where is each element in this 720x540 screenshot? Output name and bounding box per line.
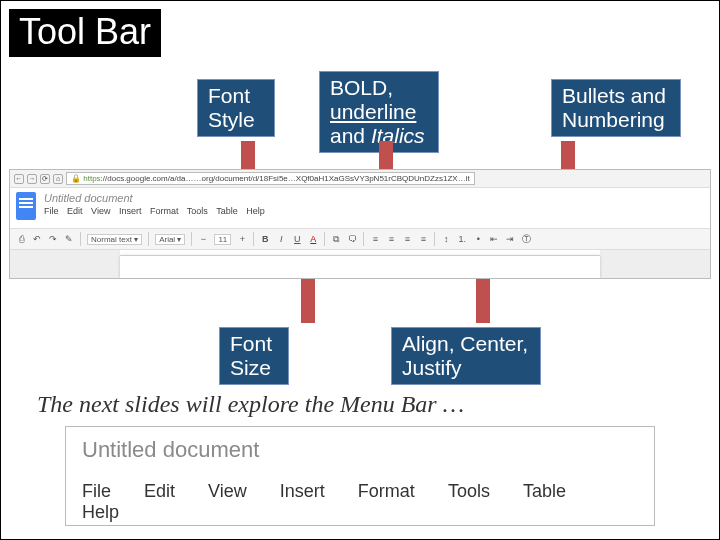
text-bold: BOLD, (330, 76, 393, 99)
gdocs-toolbar: ⎙ ↶ ↷ ✎ Normal text ▾ Arial ▾ − 11 + B I… (10, 228, 710, 250)
font-size-minus[interactable]: − (198, 234, 208, 244)
detail-doc-title[interactable]: Untitled document (82, 437, 638, 463)
link-icon[interactable]: ⧉ (331, 234, 341, 245)
detail-menu-tools[interactable]: Tools (448, 481, 490, 502)
label-font-style: Font Style (197, 79, 275, 137)
outdent-icon[interactable]: ⇤ (489, 234, 499, 244)
menu-edit[interactable]: Edit (67, 206, 83, 216)
detail-menu-table[interactable]: Table (523, 481, 566, 502)
url-text: ://docs.google.com/a/da……org/document/d/… (101, 174, 470, 183)
detail-menu-format[interactable]: Format (358, 481, 415, 502)
separator (253, 232, 254, 246)
separator (191, 232, 192, 246)
gdocs-menubar: File Edit View Insert Format Tools Table… (44, 206, 271, 216)
redo-icon[interactable]: ↷ (48, 234, 58, 244)
caption-sentence: The next slides will explore the Menu Ba… (37, 391, 464, 418)
text-color-icon[interactable]: A (308, 234, 318, 244)
label-font-size: Font Size (219, 327, 289, 385)
comment-icon[interactable]: 🗨 (347, 234, 357, 244)
font-dropdown[interactable]: Arial ▾ (155, 234, 185, 245)
align-center-icon[interactable]: ≡ (386, 234, 396, 244)
detail-menu-help[interactable]: Help (82, 502, 119, 523)
menu-file[interactable]: File (44, 206, 59, 216)
slide-title: Tool Bar (9, 9, 161, 57)
menu-help[interactable]: Help (246, 206, 265, 216)
detail-menu-edit[interactable]: Edit (144, 481, 175, 502)
menu-view[interactable]: View (91, 206, 110, 216)
clear-format-icon[interactable]: Ⓣ (521, 233, 531, 246)
address-bar[interactable]: 🔒 https://docs.google.com/a/da……org/docu… (66, 172, 475, 185)
detail-menu-file[interactable]: File (82, 481, 111, 502)
align-right-icon[interactable]: ≡ (402, 234, 412, 244)
detail-menu-insert[interactable]: Insert (280, 481, 325, 502)
numbered-list-icon[interactable]: 1. (457, 234, 467, 244)
menu-table[interactable]: Table (216, 206, 238, 216)
line-spacing-icon[interactable]: ↕ (441, 234, 451, 244)
browser-chrome: ← → ⟳ ⌂ 🔒 https://docs.google.com/a/da……… (10, 170, 710, 188)
detail-menubar: File Edit View Insert Format Tools Table… (82, 481, 638, 523)
separator (363, 232, 364, 246)
label-align: Align, Center, Justify (391, 327, 541, 385)
label-bullets-numbering: Bullets and Numbering (551, 79, 681, 137)
menubar-detail: Untitled document File Edit View Insert … (65, 426, 655, 526)
back-button[interactable]: ← (14, 174, 24, 184)
style-dropdown[interactable]: Normal text ▾ (87, 234, 142, 245)
italic-icon[interactable]: I (276, 234, 286, 244)
paint-format-icon[interactable]: ✎ (64, 234, 74, 244)
align-justify-icon[interactable]: ≡ (418, 234, 428, 244)
reload-button[interactable]: ⟳ (40, 174, 50, 184)
menu-tools[interactable]: Tools (187, 206, 208, 216)
url-prefix: https (83, 174, 100, 183)
text-underline: underline (330, 100, 416, 123)
text-and: and (330, 124, 371, 147)
print-icon[interactable]: ⎙ (16, 234, 26, 244)
separator (434, 232, 435, 246)
underline-icon[interactable]: U (292, 234, 302, 244)
separator (324, 232, 325, 246)
separator (148, 232, 149, 246)
gdocs-header: Untitled document File Edit View Insert … (10, 188, 710, 228)
menu-format[interactable]: Format (150, 206, 179, 216)
home-button[interactable]: ⌂ (53, 174, 63, 184)
undo-icon[interactable]: ↶ (32, 234, 42, 244)
slide: Tool Bar Font Style BOLD, underline and … (0, 0, 720, 540)
doc-canvas (10, 250, 710, 278)
bold-icon[interactable]: B (260, 234, 270, 244)
detail-menu-view[interactable]: View (208, 481, 247, 502)
align-left-icon[interactable]: ≡ (370, 234, 380, 244)
lock-icon: 🔒 (71, 174, 81, 183)
indent-icon[interactable]: ⇥ (505, 234, 515, 244)
bulleted-list-icon[interactable]: • (473, 234, 483, 244)
gdocs-screenshot: ← → ⟳ ⌂ 🔒 https://docs.google.com/a/da……… (9, 169, 711, 279)
doc-title[interactable]: Untitled document (44, 192, 271, 204)
docs-icon[interactable] (16, 192, 36, 220)
separator (80, 232, 81, 246)
font-size-plus[interactable]: + (237, 234, 247, 244)
menu-insert[interactable]: Insert (119, 206, 142, 216)
font-size-field[interactable]: 11 (214, 234, 231, 245)
page-sheet[interactable] (120, 256, 600, 278)
forward-button[interactable]: → (27, 174, 37, 184)
